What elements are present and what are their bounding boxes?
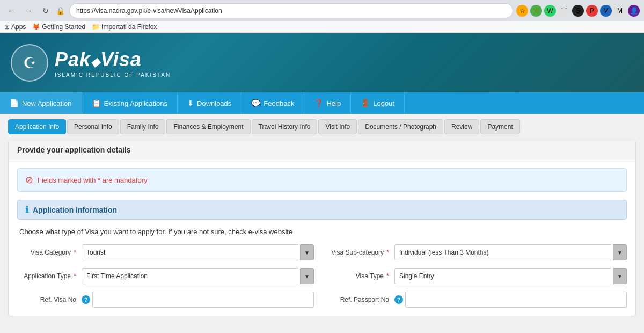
ref-visa-group: Ref. Visa No ? — [17, 292, 314, 308]
visa-subcategory-dropdown-arrow[interactable]: ▼ — [613, 244, 627, 260]
nav-logout[interactable]: 🚪 Logout — [351, 92, 405, 114]
content-area: Application Info Personal Info Family In… — [0, 114, 644, 322]
refresh-button[interactable]: ↻ — [39, 4, 53, 18]
logout-icon: 🚪 — [361, 99, 370, 107]
feedback-icon: 💬 — [251, 99, 260, 107]
ext-icon-4[interactable]: S — [572, 5, 584, 17]
browser-toolbar: ← → ↻ 🔒 ☆ 🌿 W ⌒ S P M M 👤 — [0, 0, 644, 21]
logo-icon: ◆ — [91, 55, 100, 69]
nav-feedback[interactable]: 💬 Feedback — [241, 92, 304, 114]
visa-subcategory-required: * — [386, 249, 389, 256]
application-type-label: Application Type * — [17, 272, 76, 280]
apps-icon: ⊞ — [4, 23, 10, 31]
tab-application-info[interactable]: Application Info — [8, 119, 66, 134]
ext-icon-3[interactable]: ⌒ — [558, 5, 570, 17]
folder-icon: 📁 — [92, 23, 100, 31]
logo-title-italic: Visa — [100, 48, 142, 70]
nav-help[interactable]: ❓ Help — [304, 92, 351, 114]
ref-visa-control: ? — [82, 292, 314, 308]
downloads-icon: ⬇ — [187, 99, 194, 107]
ref-visa-help-icon[interactable]: ? — [82, 295, 90, 304]
ref-passport-input[interactable] — [405, 292, 627, 308]
visa-subcategory-control: Individual (less Than 3 Months) Individu… — [394, 244, 627, 260]
visa-category-control: Tourist Business Student Work ▼ — [82, 244, 314, 260]
visa-category-dropdown-arrow[interactable]: ▼ — [300, 244, 314, 260]
alert-icon: ⊘ — [25, 174, 33, 186]
visa-type-label: Visa Type * — [330, 272, 389, 280]
bookmark-apps[interactable]: ⊞ Apps — [4, 23, 26, 31]
visa-type-control: Single Entry Double Entry Multiple Entry… — [394, 268, 627, 284]
url-bar[interactable] — [69, 3, 513, 18]
tab-family-info[interactable]: Family Info — [120, 119, 166, 134]
visa-subcategory-label: Visa Sub-category * — [330, 249, 389, 256]
info-icon: ℹ — [25, 205, 28, 215]
tab-documents-photograph[interactable]: Documents / Photograph — [358, 119, 443, 134]
ext-icon-7[interactable]: M — [614, 5, 626, 17]
existing-app-icon: 📋 — [92, 99, 101, 107]
back-button[interactable]: ← — [4, 4, 18, 18]
logo-title: Pak◆Visa — [55, 48, 171, 71]
section-description: Choose what type of Visa you want to app… — [17, 228, 627, 236]
visa-type-dropdown-arrow[interactable]: ▼ — [613, 268, 627, 284]
ref-passport-group: Ref. Passport No ? — [330, 292, 627, 308]
visa-category-label: Visa Category * — [17, 249, 76, 256]
bookmark-getting-started[interactable]: 🦊 Getting Started — [32, 23, 85, 31]
form-card-body: ⊘ Fields marked with * are mandatory ℹ A… — [9, 160, 635, 316]
nav-downloads[interactable]: ⬇ Downloads — [178, 92, 241, 114]
emblem-symbol: ☪ — [23, 54, 36, 72]
secure-icon: 🔒 — [56, 6, 65, 15]
ref-visa-input[interactable] — [92, 292, 314, 308]
application-type-dropdown-arrow[interactable]: ▼ — [300, 268, 314, 284]
bookmark-importati[interactable]: 📁 Importati da Firefox — [92, 23, 157, 31]
new-app-icon: 📄 — [10, 99, 19, 107]
form-card-header: Provide your application details — [9, 140, 635, 160]
tab-finances-employment[interactable]: Finances & Employment — [166, 119, 250, 134]
ref-passport-control: ? — [394, 292, 627, 308]
user-icon[interactable]: 👤 — [628, 5, 640, 17]
logo-emblem: ☪ — [11, 44, 48, 82]
logo-area: ☪ Pak◆Visa ISLAMIC REPUBLIC OF PAKISTAN — [11, 44, 171, 82]
application-type-control: First Time Application Renewal Extension… — [82, 268, 314, 284]
browser-chrome: ← → ↻ 🔒 ☆ 🌿 W ⌒ S P M M 👤 ⊞ Apps 🦊 Getti… — [0, 0, 644, 33]
logo-text: Pak◆Visa ISLAMIC REPUBLIC OF PAKISTAN — [55, 48, 171, 78]
visa-type-group: Visa Type * Single Entry Double Entry Mu… — [330, 268, 627, 284]
visa-category-select[interactable]: Tourist Business Student Work — [82, 244, 298, 260]
visa-subcategory-select[interactable]: Individual (less Than 3 Months) Individu… — [394, 244, 611, 260]
star-icon[interactable]: ☆ — [516, 5, 528, 17]
tab-travel-history-info[interactable]: Travel History Info — [252, 119, 318, 134]
nav-new-application[interactable]: 📄 New Application — [0, 92, 82, 114]
application-type-required: * — [74, 272, 76, 280]
nav-existing-applications[interactable]: 📋 Existing Applications — [82, 92, 178, 114]
mandatory-text: Fields marked with * are mandatory — [38, 176, 148, 184]
tab-payment[interactable]: Payment — [480, 119, 519, 134]
ext-icon-6[interactable]: M — [600, 5, 612, 17]
tab-bar: Application Info Personal Info Family In… — [8, 119, 636, 134]
visa-subcategory-group: Visa Sub-category * Individual (less Tha… — [330, 244, 627, 260]
visa-category-required: * — [74, 249, 76, 256]
section-header: ℹ Application Information — [17, 200, 627, 220]
tab-personal-info[interactable]: Personal Info — [67, 119, 119, 134]
visa-type-select[interactable]: Single Entry Double Entry Multiple Entry — [394, 268, 611, 284]
visa-category-group: Visa Category * Tourist Business Student… — [17, 244, 314, 260]
application-type-select[interactable]: First Time Application Renewal Extension — [82, 268, 298, 284]
form-card: Provide your application details ⊘ Field… — [8, 140, 636, 316]
ext-icon-1[interactable]: 🌿 — [530, 5, 542, 17]
help-icon: ❓ — [314, 99, 323, 107]
browser-icons: ☆ 🌿 W ⌒ S P M M 👤 — [516, 5, 640, 17]
forward-button[interactable]: → — [21, 4, 35, 18]
tab-review[interactable]: Review — [444, 119, 479, 134]
ref-passport-label: Ref. Passport No — [330, 296, 389, 303]
application-type-group: Application Type * First Time Applicatio… — [17, 268, 314, 284]
bookmarks-bar: ⊞ Apps 🦊 Getting Started 📁 Importati da … — [0, 21, 644, 33]
ext-icon-5[interactable]: P — [586, 5, 598, 17]
ext-icon-2[interactable]: W — [544, 5, 556, 17]
main-nav: 📄 New Application 📋 Existing Application… — [0, 92, 644, 114]
ref-visa-label: Ref. Visa No — [17, 296, 76, 303]
visa-type-required: * — [386, 272, 389, 280]
ref-passport-help-icon[interactable]: ? — [394, 295, 403, 304]
logo-subtitle: ISLAMIC REPUBLIC OF PAKISTAN — [55, 72, 171, 78]
application-form-grid: Visa Category * Tourist Business Student… — [17, 244, 627, 308]
tab-visit-info[interactable]: Visit Info — [318, 119, 357, 134]
firefox-icon: 🦊 — [32, 23, 40, 31]
mandatory-alert: ⊘ Fields marked with * are mandatory — [17, 168, 627, 192]
